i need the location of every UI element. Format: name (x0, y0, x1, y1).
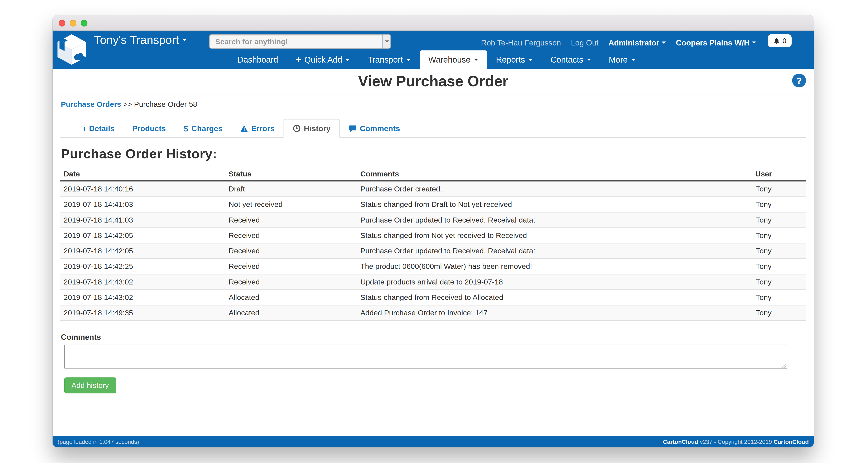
column-header-user: User (721, 168, 806, 181)
history-row: 2019-07-18 14:43:02AllocatedStatus chang… (60, 290, 806, 305)
menu-item-label: More (609, 55, 628, 64)
menu-item-label: Dashboard (238, 55, 278, 64)
comment-cell: Update products arrival date to 2019-07-… (357, 274, 721, 290)
tab-history[interactable]: History (283, 119, 340, 138)
search-input[interactable] (209, 34, 382, 48)
menu-item-transport[interactable]: Transport (359, 50, 420, 69)
menu-item-quick-add[interactable]: +Quick Add (287, 50, 359, 69)
tab-label: Errors (251, 124, 275, 133)
menu-item-dashboard[interactable]: Dashboard (229, 50, 287, 69)
history-row: 2019-07-18 14:41:03Not yet receivedStatu… (60, 197, 806, 212)
user-cell: Tony (721, 259, 806, 274)
tab-details[interactable]: iDetails (75, 119, 123, 138)
help-icon[interactable]: ? (792, 74, 806, 88)
dollar-icon: $ (183, 124, 188, 133)
search-type-toggle[interactable] (382, 34, 391, 48)
comment-cell: Purchase Order created. (357, 181, 721, 197)
tenant-dropdown[interactable]: Tony's Transport (94, 33, 187, 47)
logout-link[interactable]: Log Out (571, 38, 598, 47)
date-cell: 2019-07-18 14:40:16 (60, 181, 225, 197)
date-cell: 2019-07-18 14:42:25 (60, 259, 225, 274)
menu-item-label: Reports (496, 55, 525, 64)
user-cell: Tony (721, 305, 806, 321)
page-header: View Purchase Order ? (53, 69, 814, 95)
zoom-window-button[interactable] (81, 20, 87, 27)
comment-icon (349, 125, 356, 132)
date-cell: 2019-07-18 14:42:05 (60, 228, 225, 243)
user-cell: Tony (721, 290, 806, 305)
menu-item-reports[interactable]: Reports (487, 50, 541, 69)
tab-bar: iDetailsProducts$ChargesErrorsHistoryCom… (60, 119, 806, 138)
breadcrumb-purchase-orders-link[interactable]: Purchase Orders (61, 100, 121, 108)
comment-cell: Status changed from Draft to Not yet rec… (357, 197, 721, 212)
tab-comments[interactable]: Comments (340, 119, 409, 138)
role-dropdown[interactable]: Administrator (609, 38, 666, 47)
main-menu: Dashboard+Quick AddTransportWarehouseRep… (229, 50, 644, 69)
status-cell: Received (225, 259, 357, 274)
chevron-down-icon (528, 58, 533, 61)
page-title: View Purchase Order (53, 69, 814, 94)
info-icon: i (84, 124, 86, 133)
user-cell: Tony (721, 181, 806, 197)
minimize-window-button[interactable] (70, 20, 76, 27)
date-cell: 2019-07-18 14:49:35 (60, 305, 225, 321)
clock-icon (293, 125, 301, 132)
chevron-down-icon (631, 58, 636, 61)
footer-brand: CartonCloud (663, 438, 698, 445)
comment-cell: Purchase Order updated to Received. Rece… (357, 212, 721, 228)
comment-cell: Status changed from Received to Allocate… (357, 290, 721, 305)
notifications-button[interactable]: 0 (768, 34, 792, 47)
tab-errors[interactable]: Errors (231, 119, 283, 138)
comment-cell: Purchase Order updated to Received. Rece… (357, 243, 721, 259)
status-cell: Received (225, 243, 357, 259)
chevron-down-icon (474, 58, 478, 61)
menu-item-more[interactable]: More (600, 50, 644, 69)
status-cell: Draft (225, 181, 357, 197)
tab-charges[interactable]: $Charges (175, 119, 231, 138)
notification-count: 0 (782, 37, 786, 44)
top-navbar: Tony's Transport Rob Te-Hau Fergusson Lo… (53, 31, 814, 69)
bell-icon (773, 37, 780, 44)
date-cell: 2019-07-18 14:42:05 (60, 243, 225, 259)
menu-item-label: Transport (368, 55, 403, 64)
menu-item-contacts[interactable]: Contacts (542, 50, 600, 69)
column-header-comments: Comments (357, 168, 721, 181)
date-cell: 2019-07-18 14:43:02 (60, 274, 225, 290)
menu-item-label: Contacts (551, 55, 583, 64)
current-user-link[interactable]: Rob Te-Hau Fergusson (481, 38, 561, 47)
user-cell: Tony (721, 197, 806, 212)
status-cell: Not yet received (225, 197, 357, 212)
footer-copyright: CartonCloudv237 - Copyright 2012-2019Car… (663, 438, 809, 445)
chevron-down-icon (661, 41, 666, 44)
comment-cell: Added Purchase Order to Invoice: 147 (357, 305, 721, 321)
tab-products[interactable]: Products (123, 119, 175, 138)
screen: Tony's Transport Rob Te-Hau Fergusson Lo… (0, 0, 868, 463)
page-load-time: (page loaded in 1.047 seconds) (58, 438, 139, 445)
section-heading: Purchase Order History: (61, 146, 805, 161)
add-history-button[interactable]: Add history (64, 377, 116, 393)
tab-label: Comments (360, 124, 400, 133)
window-titlebar (53, 15, 814, 31)
tab-label: History (304, 124, 331, 133)
breadcrumb: Purchase Orders >> Purchase Order 58 (53, 95, 814, 114)
comments-label: Comments (61, 332, 805, 341)
plus-icon: + (296, 55, 301, 64)
chevron-down-icon (406, 58, 411, 61)
status-cell: Received (225, 228, 357, 243)
chevron-down-icon (182, 39, 187, 41)
warehouse-dropdown[interactable]: Coopers Plains W/H (676, 38, 756, 47)
history-row: 2019-07-18 14:42:05ReceivedStatus change… (60, 228, 806, 243)
tab-label: Charges (191, 124, 223, 133)
menu-item-warehouse[interactable]: Warehouse (420, 50, 487, 69)
status-cell: Allocated (225, 305, 357, 321)
tab-label: Products (132, 124, 166, 133)
status-cell: Allocated (225, 290, 357, 305)
comments-textarea[interactable] (64, 345, 787, 368)
menu-item-label: Quick Add (304, 55, 342, 64)
footer-version: v237 - Copyright 2012-2019 (700, 438, 772, 445)
cartoncloud-logo (57, 34, 87, 65)
close-window-button[interactable] (59, 20, 65, 27)
history-row: 2019-07-18 14:42:25ReceivedThe product 0… (60, 259, 806, 274)
history-table: DateStatusCommentsUser 2019-07-18 14:40:… (60, 168, 806, 321)
history-row: 2019-07-18 14:43:02ReceivedUpdate produc… (60, 274, 806, 290)
